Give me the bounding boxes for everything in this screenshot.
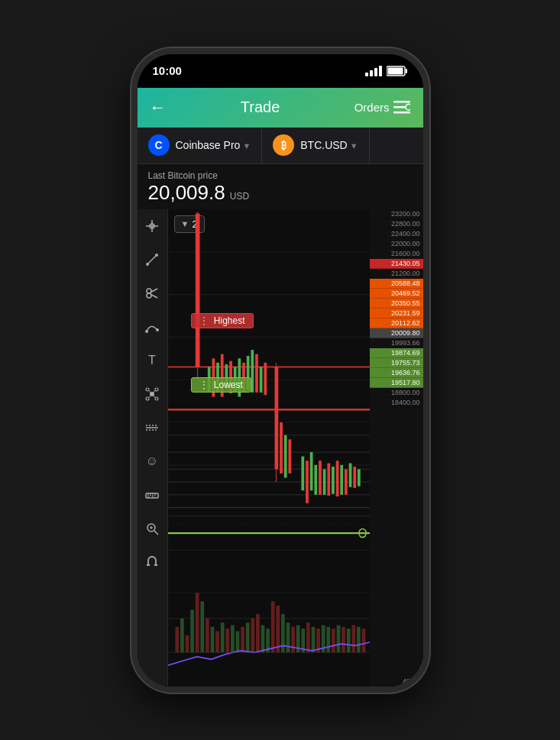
exchange-name: Coinbase Pro ▼ bbox=[176, 139, 251, 151]
svg-rect-91 bbox=[332, 467, 335, 494]
status-bar: 10:00 bbox=[138, 54, 423, 88]
svg-point-24 bbox=[155, 397, 158, 400]
scissors-tool[interactable] bbox=[141, 283, 163, 304]
svg-rect-99 bbox=[175, 626, 179, 651]
price-level-18400: 18400.00 bbox=[370, 398, 423, 408]
price-level-18800: 18800.00 bbox=[370, 388, 423, 398]
signal-bar-3 bbox=[374, 68, 377, 76]
bitcoin-logo: ₿ bbox=[273, 134, 294, 156]
price-level-19993: 19993.66 bbox=[370, 338, 423, 348]
ruler-tool[interactable] bbox=[141, 484, 163, 506]
svg-line-25 bbox=[149, 390, 151, 393]
coinbase-logo: C bbox=[148, 134, 170, 156]
exchange-bar: C Coinbase Pro ▼ ₿ BTC.USD ▼ bbox=[138, 128, 423, 164]
highest-label: ⋮ Highest bbox=[191, 313, 254, 328]
emoji-tool[interactable]: ☺ bbox=[141, 451, 163, 472]
svg-rect-100 bbox=[180, 618, 184, 652]
svg-rect-115 bbox=[256, 614, 260, 652]
price-level-19517: 19517.80 bbox=[370, 378, 423, 388]
svg-rect-104 bbox=[200, 601, 204, 652]
price-level-20009: 20009.80 bbox=[370, 328, 423, 338]
pair-selector[interactable]: ₿ BTC.USD ▼ bbox=[262, 128, 369, 163]
price-value: 20,009.8 USD bbox=[148, 181, 413, 205]
line-tool[interactable] bbox=[141, 249, 163, 270]
multiline-tool[interactable] bbox=[141, 417, 163, 438]
price-level-20469: 20469.52 bbox=[370, 289, 423, 299]
svg-line-28 bbox=[154, 395, 156, 397]
svg-point-15 bbox=[147, 293, 151, 298]
price-level-22000: 22000.00 bbox=[370, 239, 423, 249]
svg-rect-105 bbox=[206, 618, 209, 652]
exchange-dropdown: ▼ bbox=[240, 141, 251, 150]
svg-rect-119 bbox=[276, 605, 280, 651]
exchange-selector[interactable]: C Coinbase Pro ▼ bbox=[138, 128, 263, 163]
price-level-40: 40.00 bbox=[370, 677, 423, 687]
price-bar: Last Bitcoin price 20,009.8 USD bbox=[138, 164, 423, 209]
price-level-20350: 20350.55 bbox=[370, 299, 423, 309]
status-right bbox=[365, 66, 408, 76]
svg-rect-3 bbox=[393, 101, 410, 103]
chart-main[interactable]: ▼ 2 bbox=[168, 209, 423, 687]
curve-tool[interactable] bbox=[141, 316, 163, 338]
svg-rect-32 bbox=[146, 493, 158, 498]
svg-line-27 bbox=[149, 395, 151, 397]
svg-rect-84 bbox=[301, 456, 304, 490]
price-level-22800: 22800.00 bbox=[370, 219, 423, 229]
svg-point-14 bbox=[147, 289, 151, 293]
svg-rect-95 bbox=[348, 463, 351, 486]
svg-point-22 bbox=[155, 388, 158, 391]
svg-rect-103 bbox=[195, 593, 199, 652]
chart-container: T ☺ bbox=[138, 209, 423, 687]
svg-rect-101 bbox=[185, 635, 189, 652]
svg-point-19 bbox=[156, 328, 159, 331]
orders-button[interactable]: Orders bbox=[354, 101, 411, 115]
svg-rect-114 bbox=[251, 618, 254, 652]
svg-line-38 bbox=[154, 531, 158, 535]
battery-icon bbox=[387, 66, 408, 76]
svg-rect-5 bbox=[393, 111, 410, 114]
svg-rect-4 bbox=[393, 106, 406, 108]
svg-rect-1 bbox=[406, 69, 407, 73]
svg-rect-118 bbox=[270, 601, 274, 652]
price-level-current: 21430.05 bbox=[370, 259, 423, 269]
orders-label: Orders bbox=[354, 101, 390, 114]
svg-rect-107 bbox=[215, 631, 219, 652]
app-header: ← Trade Orders bbox=[138, 88, 423, 128]
signal-bar-2 bbox=[370, 70, 373, 76]
svg-rect-82 bbox=[283, 435, 286, 477]
magnet-tool[interactable] bbox=[141, 551, 163, 573]
back-button[interactable]: ← bbox=[150, 98, 167, 118]
svg-point-21 bbox=[146, 388, 149, 391]
svg-rect-89 bbox=[322, 469, 325, 494]
zoom-tool[interactable] bbox=[141, 518, 163, 539]
node-tool[interactable] bbox=[141, 383, 163, 405]
svg-rect-85 bbox=[306, 460, 309, 503]
svg-rect-120 bbox=[281, 614, 285, 652]
price-level-23200: 23200.00 bbox=[370, 209, 423, 219]
text-tool[interactable]: T bbox=[141, 350, 163, 371]
signal-bar-4 bbox=[379, 66, 382, 76]
price-level-19636: 19636.76 bbox=[370, 368, 423, 378]
svg-rect-112 bbox=[241, 626, 244, 651]
price-level-19874: 19874.69 bbox=[370, 348, 423, 358]
svg-rect-131 bbox=[336, 625, 340, 652]
price-level-20231: 20231.59 bbox=[370, 309, 423, 318]
svg-rect-134 bbox=[351, 625, 355, 652]
price-label: Last Bitcoin price bbox=[148, 170, 413, 181]
price-level-20588: 20588.48 bbox=[370, 279, 423, 289]
svg-rect-113 bbox=[245, 622, 249, 652]
status-time: 10:00 bbox=[153, 64, 182, 77]
svg-rect-133 bbox=[346, 629, 350, 652]
price-currency: USD bbox=[230, 191, 249, 202]
svg-rect-96 bbox=[353, 467, 356, 488]
svg-rect-78 bbox=[264, 362, 267, 394]
svg-rect-121 bbox=[286, 622, 290, 652]
svg-line-26 bbox=[154, 390, 156, 393]
crosshair-tool[interactable] bbox=[141, 215, 163, 237]
price-level-21200: 21200.00 bbox=[370, 269, 423, 279]
price-level-20112: 20112.62 bbox=[370, 318, 423, 328]
svg-rect-86 bbox=[309, 452, 312, 490]
notch bbox=[231, 54, 330, 77]
svg-rect-130 bbox=[332, 629, 335, 652]
svg-rect-81 bbox=[280, 422, 283, 473]
